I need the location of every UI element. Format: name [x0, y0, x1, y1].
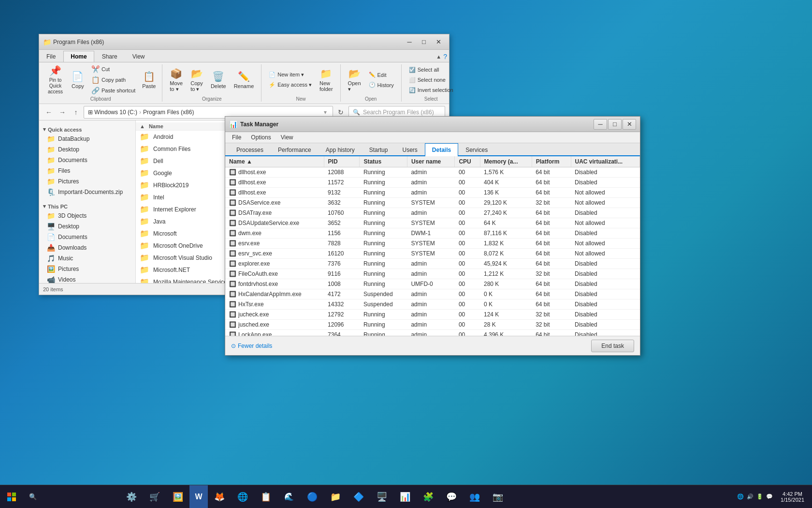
table-row[interactable]: 🔲HxCalendarAppImm.exe 4172 Suspended adm…: [225, 289, 640, 299]
tm-tab-startup[interactable]: Startup: [362, 143, 395, 156]
tab-home[interactable]: Home: [63, 51, 94, 62]
table-row[interactable]: 🔲esrv_svc.exe 16120 Running SYSTEM 00 8,…: [225, 249, 640, 259]
taskbar-store-icon[interactable]: 🛒: [143, 485, 166, 508]
table-row[interactable]: 🔲esrv.exe 7828 Running SYSTEM 00 1,832 K…: [225, 239, 640, 249]
tab-file[interactable]: File: [39, 51, 63, 62]
table-row[interactable]: 🔲fontdrvhost.exe 1008 Running UMFD-0 00 …: [225, 279, 640, 289]
end-task-button[interactable]: End task: [591, 340, 634, 352]
table-row[interactable]: 🔲dllhost.exe 12088 Running admin 00 1,57…: [225, 167, 640, 178]
select-none-button[interactable]: ⬜ Select none: [406, 75, 457, 85]
taskbar-powershell-icon[interactable]: 🔷: [347, 485, 370, 508]
invert-selection-button[interactable]: 🔄 Invert selection: [406, 85, 457, 95]
sidebar-item-pictures[interactable]: 📁 Pictures: [39, 176, 135, 187]
taskbar-teams-icon[interactable]: 👥: [463, 485, 486, 508]
table-row[interactable]: 🔲jucheck.exe 12792 Running admin 00 124 …: [225, 310, 640, 320]
history-button[interactable]: 🕐 History: [365, 80, 397, 90]
name-column-header[interactable]: Name: [149, 123, 163, 129]
table-row[interactable]: 🔲FileCoAuth.exe 9116 Running admin 00 1,…: [225, 269, 640, 279]
sidebar-item-documents2[interactable]: 📄 Documents: [39, 232, 135, 242]
tm-maximize-button[interactable]: □: [608, 119, 622, 130]
forward-button[interactable]: →: [57, 106, 68, 118]
th-memory[interactable]: Memory (a...: [480, 156, 532, 167]
table-row[interactable]: 🔲explorer.exe 7376 Running admin 00 45,9…: [225, 259, 640, 269]
th-pid[interactable]: PID: [324, 156, 360, 167]
taskbar-skype-icon[interactable]: 💬: [440, 485, 463, 508]
taskbar-search[interactable]: 🔍: [23, 485, 120, 508]
sidebar-item-desktop2[interactable]: 🖥️ Desktop: [39, 221, 135, 232]
table-row[interactable]: 🔲LockApp.exe 7364 Running admin 00 4,396…: [225, 330, 640, 336]
taskbar-fileexplorer-icon[interactable]: 📁: [324, 485, 347, 508]
taskbar-action-center-icon[interactable]: 💬: [766, 493, 773, 500]
table-row[interactable]: 🔲dllhost.exe 11572 Running admin 00 404 …: [225, 178, 640, 188]
delete-button[interactable]: 🗑️ Delete: [207, 67, 230, 92]
sidebar-item-documents[interactable]: 📁 Documents: [39, 155, 135, 165]
taskbar-tasks-icon[interactable]: 📋: [254, 485, 277, 508]
sidebar-item-3dobjects[interactable]: 📁 3D Objects: [39, 210, 135, 221]
taskbar-volume-icon[interactable]: 🔊: [747, 493, 754, 500]
tm-tab-performance[interactable]: Performance: [271, 143, 319, 156]
minimize-button[interactable]: ─: [403, 37, 416, 47]
start-button[interactable]: [0, 485, 23, 508]
tm-tab-users[interactable]: Users: [395, 143, 424, 156]
sidebar-item-music[interactable]: 🎵 Music: [39, 253, 135, 264]
paste-shortcut-button[interactable]: 🔗 Paste shortcut: [88, 86, 139, 95]
th-cpu[interactable]: CPU: [455, 156, 480, 167]
taskbar-taskmanager-icon[interactable]: 📊: [393, 485, 417, 508]
copy-button[interactable]: 📄 Copy: [69, 67, 87, 92]
table-row[interactable]: 🔲HxTsr.exe 14332 Suspended admin 00 0 K …: [225, 299, 640, 310]
select-all-button[interactable]: ☑️ Select all: [406, 65, 457, 75]
new-folder-button[interactable]: 📁 Newfolder: [316, 67, 336, 92]
th-status[interactable]: Status: [360, 156, 407, 167]
tm-menu-options[interactable]: Options: [246, 133, 276, 142]
table-row[interactable]: 🔲dwm.exe 1156 Running DWM-1 00 87,116 K …: [225, 228, 640, 239]
tm-minimize-button[interactable]: ─: [594, 119, 607, 130]
sidebar-item-videos[interactable]: 📹 Videos: [39, 274, 135, 283]
copy-path-button[interactable]: 📋 Copy path: [88, 75, 139, 85]
sidebar-item-desktop[interactable]: 📁 Desktop: [39, 144, 135, 155]
taskbar-battery-icon[interactable]: 🔋: [756, 493, 763, 500]
table-row[interactable]: 🔲dllhost.exe 9132 Running admin 00 136 K…: [225, 188, 640, 198]
copy-to-button[interactable]: 📂 Copyto ▾: [187, 67, 206, 92]
maximize-button[interactable]: □: [417, 37, 431, 47]
fewer-details-button[interactable]: ⊙ Fewer details: [231, 343, 272, 349]
table-row[interactable]: 🔲DSAUpdateService.exe 3652 Running SYSTE…: [225, 218, 640, 228]
tm-table-container[interactable]: Name ▲ PID Status User name CPU Memory (…: [225, 156, 640, 336]
th-user[interactable]: User name: [407, 156, 454, 167]
taskbar-edge-icon[interactable]: 🌊: [277, 485, 301, 508]
table-row[interactable]: 🔲jusched.exe 12096 Running admin 00 28 K…: [225, 320, 640, 330]
cut-button[interactable]: ✂️ Cut: [88, 64, 139, 74]
taskbar-firefox-icon[interactable]: 🦊: [208, 485, 231, 508]
taskbar-network-icon[interactable]: 🌐: [737, 493, 744, 500]
sidebar-item-downloads[interactable]: 📥 Downloads: [39, 242, 135, 253]
table-row[interactable]: 🔲DSAService.exe 3632 Running SYSTEM 00 2…: [225, 198, 640, 208]
sidebar-item-zip[interactable]: 🗜️ Important-Documents.zip: [39, 187, 135, 197]
tm-tab-apphistory[interactable]: App history: [319, 143, 362, 156]
help-icon[interactable]: ?: [443, 53, 447, 60]
move-to-button[interactable]: 📦 Moveto ▾: [166, 67, 186, 92]
taskbar-photos-icon[interactable]: 🖼️: [166, 485, 189, 508]
tab-view[interactable]: View: [125, 51, 152, 62]
taskbar-chrome-icon[interactable]: 🌐: [231, 485, 254, 508]
taskbar-word-icon[interactable]: W: [189, 485, 208, 508]
pin-to-quick-access-button[interactable]: 📌 Pin to Quickaccess: [43, 67, 68, 92]
tm-menu-view[interactable]: View: [276, 133, 298, 142]
edit-button[interactable]: ✏️ Edit: [365, 70, 397, 80]
new-item-button[interactable]: 📄 New item ▾: [265, 70, 315, 80]
sidebar-item-databackup[interactable]: 📁 DataBackup: [39, 134, 135, 144]
open-button[interactable]: 📂 Open ▾: [345, 67, 364, 92]
tm-menu-file[interactable]: File: [227, 133, 246, 142]
taskbar-camera-icon[interactable]: 📷: [486, 485, 509, 508]
sidebar-item-files[interactable]: 📁 Files: [39, 165, 135, 176]
tm-tab-details[interactable]: Details: [425, 143, 458, 156]
taskbar-puzzle-icon[interactable]: 🧩: [417, 485, 440, 508]
th-platform[interactable]: Platform: [532, 156, 571, 167]
rename-button[interactable]: ✏️ Rename: [231, 67, 258, 92]
sidebar-item-pictures2[interactable]: 🖼️ Pictures: [39, 264, 135, 274]
tm-tab-processes[interactable]: Processes: [229, 143, 271, 156]
taskbar-clock[interactable]: 4:42 PM 1/15/2021: [777, 491, 808, 503]
paste-button[interactable]: 📋 Paste: [140, 67, 158, 92]
close-button[interactable]: ✕: [432, 37, 445, 47]
table-row[interactable]: 🔲DSATray.exe 10760 Running admin 00 27,2…: [225, 208, 640, 218]
tab-share[interactable]: Share: [95, 51, 125, 62]
up-button[interactable]: ↑: [70, 106, 82, 118]
